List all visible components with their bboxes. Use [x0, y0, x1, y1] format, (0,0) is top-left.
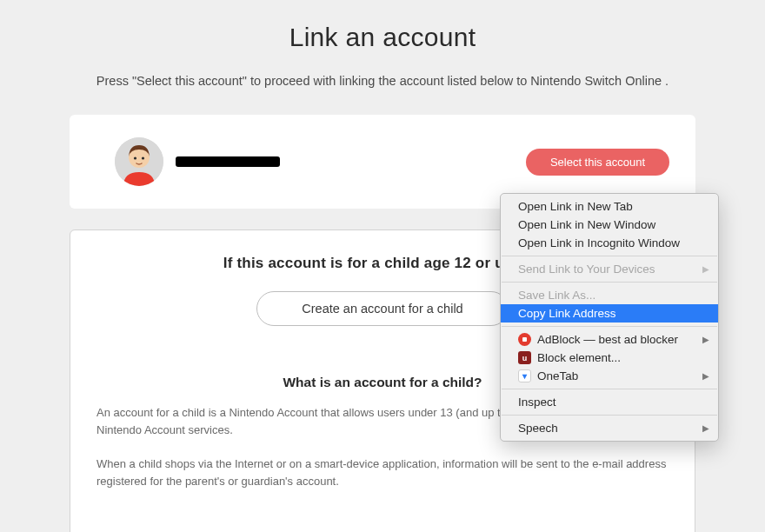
context-menu-item[interactable]: Block element... [501, 349, 718, 367]
context-menu-item: Send Link to Your Devices▶ [501, 260, 718, 278]
context-menu-item-label: Inspect [518, 396, 556, 409]
faq-paragraph: When a child shops via the Internet or o… [96, 456, 669, 489]
context-menu-item[interactable]: Inspect [501, 393, 718, 411]
context-menu-item[interactable]: Open Link in New Tab [501, 197, 718, 216]
page-title: Link an account [70, 23, 695, 52]
context-menu-item[interactable]: Copy Link Address [501, 304, 718, 323]
context-menu-item-label: Save Link As... [518, 289, 595, 302]
create-child-account-button[interactable]: Create an account for a child [256, 291, 509, 326]
context-menu-item-label: Open Link in New Tab [518, 200, 633, 213]
page-subtitle: Press "Select this account" to proceed w… [70, 71, 695, 90]
context-menu-item: Save Link As... [501, 286, 718, 304]
context-menu-item-label: Open Link in Incognito Window [518, 236, 680, 249]
context-menu-item-label: Open Link in New Window [518, 218, 655, 231]
context-menu-separator [502, 415, 717, 416]
context-menu-item-label: Block element... [537, 351, 621, 364]
account-name-redacted [176, 156, 280, 167]
context-menu-item[interactable]: Speech▶ [501, 419, 718, 437]
context-menu-item-label: AdBlock — best ad blocker [537, 333, 678, 346]
adblock-icon [518, 333, 531, 346]
context-menu-item-label: Speech [518, 422, 558, 435]
context-menu-item[interactable]: Open Link in New Window [501, 216, 718, 234]
context-menu-item[interactable]: Open Link in Incognito Window [501, 234, 718, 252]
context-menu-separator [502, 256, 717, 256]
chevron-right-icon: ▶ [702, 334, 709, 343]
context-menu-item-label: Send Link to Your Devices [518, 263, 655, 276]
svg-point-3 [142, 157, 144, 160]
chevron-right-icon: ▶ [702, 370, 709, 380]
context-menu-separator [502, 326, 717, 327]
context-menu-item[interactable]: ▾OneTab▶ [501, 367, 718, 385]
context-menu-item-label: Copy Link Address [518, 307, 616, 320]
context-menu-item[interactable]: AdBlock — best ad blocker▶ [501, 330, 718, 349]
chevron-right-icon: ▶ [702, 263, 709, 273]
context-menu-separator [502, 389, 717, 389]
context-menu[interactable]: Open Link in New TabOpen Link in New Win… [500, 193, 719, 442]
svg-point-2 [134, 157, 136, 160]
context-menu-item-label: OneTab [537, 369, 578, 382]
chevron-right-icon: ▶ [702, 422, 709, 432]
onetab-icon: ▾ [518, 369, 531, 382]
ublock-icon [518, 351, 531, 364]
avatar [115, 137, 163, 186]
context-menu-separator [502, 282, 717, 283]
select-account-button[interactable]: Select this account [526, 149, 669, 176]
